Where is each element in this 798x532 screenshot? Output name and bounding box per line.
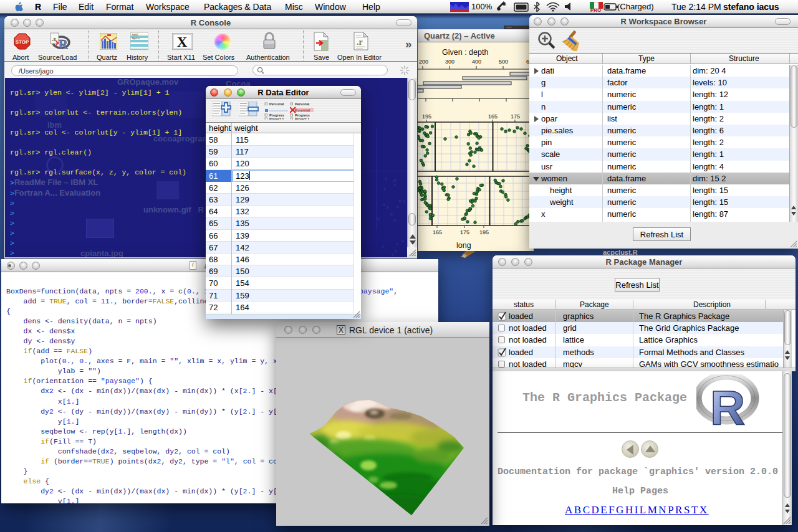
svg-text:200: 200 [419,59,428,65]
svg-text:500: 500 [499,59,508,65]
svg-text:.r: .r [357,37,363,47]
svg-text:April in: April in [132,37,140,40]
svg-text:Project 1: Project 1 [295,117,309,120]
svg-text:Personal: Personal [295,102,310,106]
svg-text:.r: .r [52,36,57,42]
svg-text:175: 175 [511,113,520,120]
svg-text:Given : depth: Given : depth [442,48,488,57]
svg-text:Essential: Essential [295,108,310,112]
svg-text:R: R [59,37,68,50]
svg-text:hist(): hist() [132,33,138,36]
svg-text:Personal: Personal [269,102,284,106]
svg-text:300: 300 [445,59,454,65]
svg-text:195: 195 [422,113,431,120]
svg-text:165: 165 [433,229,442,235]
svg-text:R: R [710,380,745,428]
svg-text:400: 400 [472,59,481,65]
svg-text:165: 165 [488,113,498,120]
svg-text:195: 195 [479,229,489,235]
svg-text:175: 175 [460,229,469,235]
svg-text:X: X [177,34,188,50]
svg-text:Project 1: Project 1 [269,117,284,120]
svg-text:STOP: STOP [16,39,29,45]
svg-text:long: long [456,241,471,250]
